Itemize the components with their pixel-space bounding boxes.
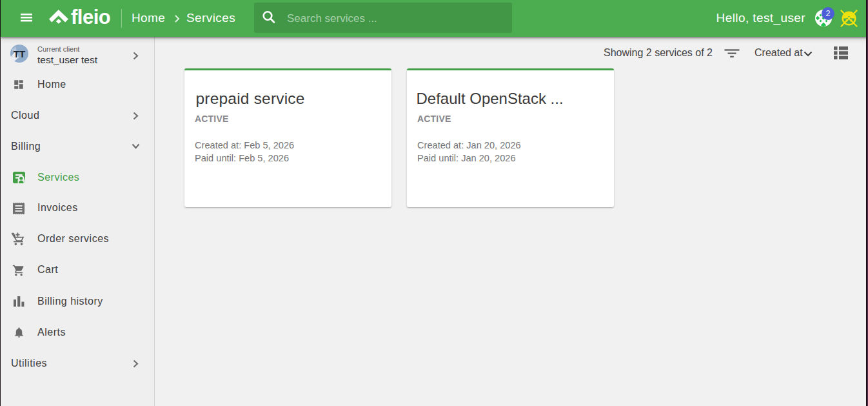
svg-text:TT: TT xyxy=(14,48,25,59)
